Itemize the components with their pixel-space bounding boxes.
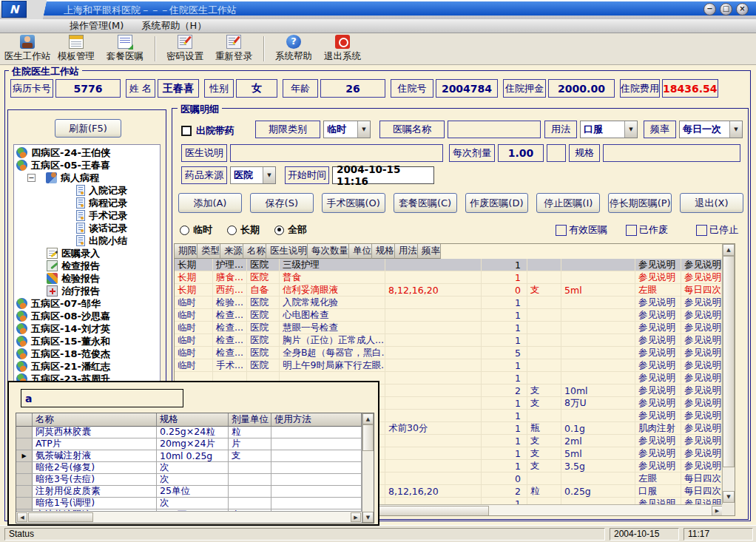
checkbox-box[interactable] <box>696 225 707 236</box>
radio-icon[interactable] <box>180 226 189 235</box>
drug-column-name[interactable]: 名称 <box>33 413 157 427</box>
discharge-medication-checkbox[interactable]: 出院带药 <box>181 124 234 138</box>
order-action-button[interactable]: 手术医嘱(O) <box>322 193 385 213</box>
toolbar-button[interactable]: 退出系统 <box>318 33 367 64</box>
tree-item[interactable]: − 病程记录 <box>14 197 160 209</box>
table-row[interactable]: 临时 检查... 医院 胸片（正位）正常成人... 1 参见说明 参见说明 <box>175 334 735 347</box>
horizontal-scrollbar[interactable]: ◀ ▶ <box>16 511 362 523</box>
scroll-up-icon[interactable]: ▲ <box>723 244 735 256</box>
table-row[interactable]: 临时 检验... 医院 入院常规化验 1 参见说明 参见说明 <box>175 297 735 309</box>
menu-item[interactable]: 操作管理(M) <box>70 19 124 33</box>
tree-item[interactable]: − 谈话记录 <box>14 222 160 234</box>
tree-item[interactable]: − 四病区-24-王伯侠 <box>14 146 160 159</box>
dose-value[interactable]: 1.00 <box>498 144 544 162</box>
title-bar[interactable]: N 上海和平眼科医院－－－住院医生工作站 −□× <box>0 0 756 19</box>
drug-column-spec[interactable]: 规格 <box>157 413 229 427</box>
orders-column-header[interactable]: 每次数量 <box>308 244 349 259</box>
table-row[interactable]: 临时 检查... 医院 全身B超（每器官，黑白... 5 参见说明 参见说明 <box>175 347 735 359</box>
table-row[interactable]: 长期 护理... 医院 三级护理 1 参见说明 参见说明 <box>175 259 735 271</box>
order-action-button[interactable]: 停长期医嘱(P) <box>608 193 672 213</box>
orders-column-header[interactable]: 来源 <box>220 244 243 259</box>
drug-row[interactable]: 暗疮1号(调理) 次 <box>16 498 374 509</box>
scroll-up-icon[interactable]: ▲ <box>362 413 374 424</box>
tree-item[interactable]: − 检查报告 <box>14 260 160 272</box>
term-filter-radio[interactable]: 临时 <box>180 223 212 237</box>
drug-search-input[interactable] <box>21 389 183 407</box>
vertical-scrollbar[interactable]: ▲ ▼ <box>362 413 374 523</box>
orders-column-header[interactable]: 医生说明 <box>266 244 308 259</box>
tree-item[interactable]: − 五病区-21-潘红志 <box>14 360 160 373</box>
scroll-down-icon[interactable]: ▼ <box>362 512 374 523</box>
checkbox-box[interactable] <box>181 126 192 136</box>
drug-column-usage[interactable]: 使用方法 <box>271 413 362 427</box>
order-action-button[interactable]: 停止医嘱(I) <box>536 193 600 213</box>
drug-row[interactable]: ATP片 20mg×24片 片 <box>16 438 374 450</box>
table-row[interactable]: 临时 检查... 医院 慧眼一号检查 1 参见说明 参见说明 <box>175 322 735 334</box>
term-filter-radio[interactable]: 长期 <box>227 223 260 237</box>
scrollbar-thumb[interactable] <box>362 424 374 451</box>
drug-row[interactable]: 暗疮3号(去痘) 次 <box>16 474 374 486</box>
table-row[interactable]: 长期 西药... 自备 信利妥滴眼液 8,12,16,20 0 支 5ml 左眼… <box>175 284 735 297</box>
window-control-button[interactable]: − <box>703 3 716 16</box>
orders-column-header[interactable]: 频率 <box>418 244 441 259</box>
radio-icon[interactable] <box>274 226 284 235</box>
tree-item[interactable]: − 检验报告 <box>14 272 160 285</box>
chevron-down-icon[interactable]: ▼ <box>729 121 742 138</box>
orders-column-header[interactable]: 名称 <box>243 244 266 259</box>
tree-item[interactable]: − 五病区-18-范俊杰 <box>14 348 160 360</box>
status-filter-checkbox[interactable]: 有效医嘱 <box>556 223 612 237</box>
tree-item[interactable]: − 五病区-05-王春喜 <box>14 159 160 172</box>
scroll-right-icon[interactable]: ▶ <box>351 512 361 522</box>
order-action-button[interactable]: 添加(A) <box>178 193 242 213</box>
tree-item[interactable]: − 五病区-07-邹华 <box>14 297 160 310</box>
table-row[interactable]: 临时 手术... 医院 明上午9时局麻下行左眼... 1 参见说明 参见说明 <box>175 359 735 372</box>
drug-row[interactable]: 阿莫西林胶囊 0.25g×24粒 粒 <box>16 427 374 438</box>
scroll-down-icon[interactable]: ▼ <box>723 491 735 503</box>
menu-item[interactable]: 系统帮助（H） <box>141 19 206 33</box>
toolbar-button[interactable]: 系统帮助 <box>269 33 318 64</box>
orders-column-header[interactable]: 期限 <box>175 244 198 259</box>
refresh-button[interactable]: 刷新(F5) <box>55 119 121 138</box>
dose-unit-input[interactable] <box>547 144 566 162</box>
status-filter-checkbox[interactable]: 已停止 <box>696 223 753 237</box>
tree-item[interactable]: − 五病区-15-董永和 <box>14 335 160 348</box>
order-action-button[interactable]: 作废医嘱(D) <box>465 193 529 213</box>
toolbar-button[interactable]: 套餐医嘱 <box>101 33 149 64</box>
table-row[interactable]: 临时 检查... 医院 心电图检查 1 参见说明 参见说明 <box>175 309 735 322</box>
scrollbar-thumb[interactable] <box>723 256 735 467</box>
orders-column-header[interactable]: 类型 <box>198 244 220 259</box>
drug-row[interactable]: 注射用促皮质素 25单位 <box>16 486 374 498</box>
toolbar-button[interactable]: 重新登录 <box>209 33 258 64</box>
toolbar-button[interactable]: 模板管理 <box>52 33 101 64</box>
tree-expander-icon[interactable]: − <box>27 174 36 182</box>
tree-item[interactable]: − 治疗报告 <box>14 285 160 297</box>
table-row[interactable]: 长期 膳食... 医院 普食 1 参见说明 参见说明 <box>175 271 735 284</box>
tree-item[interactable]: − 病人病程 <box>14 172 160 184</box>
order-action-button[interactable]: 套餐医嘱(C) <box>394 193 457 213</box>
tree-item[interactable]: − 手术记录 <box>14 209 160 222</box>
drug-source-select[interactable]: 医院 ▼ <box>230 166 276 184</box>
orders-column-header[interactable]: 规格 <box>372 244 395 259</box>
checkbox-box[interactable] <box>556 225 567 236</box>
window-control-button[interactable]: × <box>736 3 749 16</box>
drug-row[interactable]: 暗疮2号(修复) 次 <box>16 462 374 474</box>
checkbox-box[interactable] <box>626 225 637 236</box>
tree-item[interactable]: − 医嘱录入 <box>14 247 160 260</box>
toolbar-button[interactable]: 密码设置 <box>161 33 209 64</box>
scroll-right-icon[interactable]: ▶ <box>712 506 723 516</box>
scroll-left-icon[interactable]: ◀ <box>17 512 27 522</box>
start-time-input[interactable]: 2004-10-15 11:16 <box>332 166 434 184</box>
term-filter-radio[interactable]: 全部 <box>274 223 307 237</box>
order-name-input[interactable] <box>448 121 541 138</box>
drug-column-unit[interactable]: 剂量单位 <box>229 413 271 427</box>
spec-input[interactable] <box>603 144 740 162</box>
term-type-select[interactable]: 临时 ▼ <box>323 121 371 138</box>
chevron-down-icon[interactable]: ▼ <box>357 121 370 138</box>
window-control-button[interactable]: □ <box>720 3 732 16</box>
chevron-down-icon[interactable]: ▼ <box>263 167 275 183</box>
chevron-down-icon[interactable]: ▼ <box>624 121 637 138</box>
drug-row[interactable]: 氨茶碱注射液 10ml 0.25g 支 <box>16 450 374 462</box>
tree-item[interactable]: − 入院记录 <box>14 184 160 197</box>
radio-icon[interactable] <box>227 226 237 235</box>
scrollbar-thumb[interactable] <box>28 512 93 522</box>
